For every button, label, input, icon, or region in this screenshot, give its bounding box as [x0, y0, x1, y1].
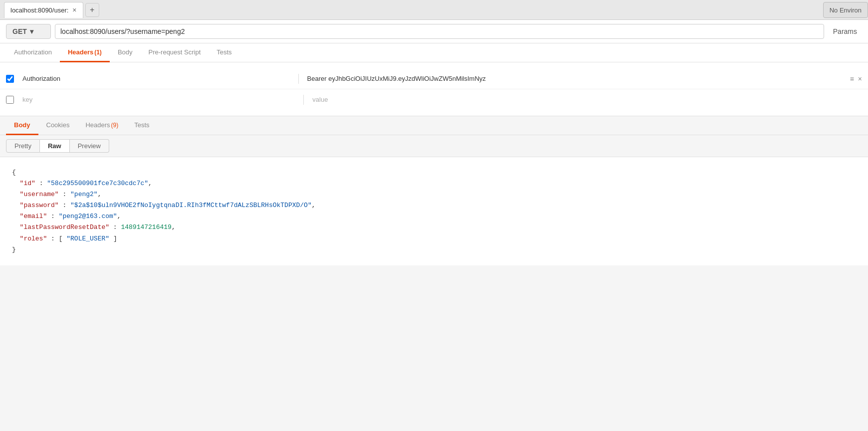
header-divider — [298, 74, 299, 84]
browser-tab[interactable]: localhost:8090/user: × — [4, 2, 83, 18]
method-chevron-icon: ▾ — [30, 27, 33, 35]
response-tabs: Body Cookies Headers(9) Tests — [0, 116, 868, 135]
format-tab-preview[interactable]: Preview — [70, 139, 109, 153]
url-bar: GET ▾ Params — [0, 20, 868, 43]
format-tabs: Pretty Raw Preview — [0, 135, 868, 157]
res-tab-tests[interactable]: Tests — [126, 116, 157, 135]
header-divider-2 — [303, 95, 304, 105]
header-checkbox-new[interactable] — [6, 96, 14, 104]
header-actions: ≡ × — [850, 75, 862, 83]
header-value-new[interactable]: value — [308, 93, 862, 106]
header-key-authorization[interactable]: Authorization — [18, 72, 294, 85]
header-close-icon[interactable]: × — [858, 75, 862, 83]
res-tab-body[interactable]: Body — [6, 116, 38, 135]
tab-bar: localhost:8090/user: × + No Environ — [0, 0, 868, 20]
res-tab-cookies[interactable]: Cookies — [38, 116, 78, 135]
method-selector[interactable]: GET ▾ — [6, 24, 51, 39]
url-input[interactable] — [55, 24, 824, 39]
tab-body[interactable]: Body — [110, 43, 141, 62]
header-value-authorization[interactable]: Bearer eyJhbGciOiJIUzUxMiJ9.eyJzdWliOiJw… — [303, 72, 846, 85]
new-tab-button[interactable]: + — [85, 3, 99, 17]
tab-close-icon[interactable]: × — [72, 6, 76, 13]
header-row-new: key value — [0, 89, 868, 110]
tab-pre-request-script[interactable]: Pre-request Script — [141, 43, 209, 62]
tab-title: localhost:8090/user: — [10, 6, 68, 14]
res-tab-headers[interactable]: Headers(9) — [77, 116, 126, 135]
format-tab-pretty[interactable]: Pretty — [6, 139, 40, 153]
tab-authorization[interactable]: Authorization — [6, 43, 60, 62]
header-checkbox-authorization[interactable] — [6, 75, 14, 83]
header-key-new[interactable]: key — [18, 93, 299, 106]
header-row-authorization: Authorization Bearer eyJhbGciOiJIUzUxMiJ… — [0, 68, 868, 89]
response-body: { "id" : "58c295500901fce7c30cdc7c", "us… — [0, 157, 868, 265]
environment-dropdown[interactable]: No Environ — [823, 2, 868, 18]
tab-headers[interactable]: Headers(1) — [60, 43, 110, 62]
tab-tests[interactable]: Tests — [209, 43, 239, 62]
params-button[interactable]: Params — [828, 24, 862, 38]
header-menu-icon[interactable]: ≡ — [850, 75, 854, 83]
method-label: GET — [12, 27, 27, 35]
headers-section: Authorization Bearer eyJhbGciOiJIUzUxMiJ… — [0, 62, 868, 116]
format-tab-raw[interactable]: Raw — [40, 139, 70, 153]
request-tabs: Authorization Headers(1) Body Pre-reques… — [0, 43, 868, 62]
